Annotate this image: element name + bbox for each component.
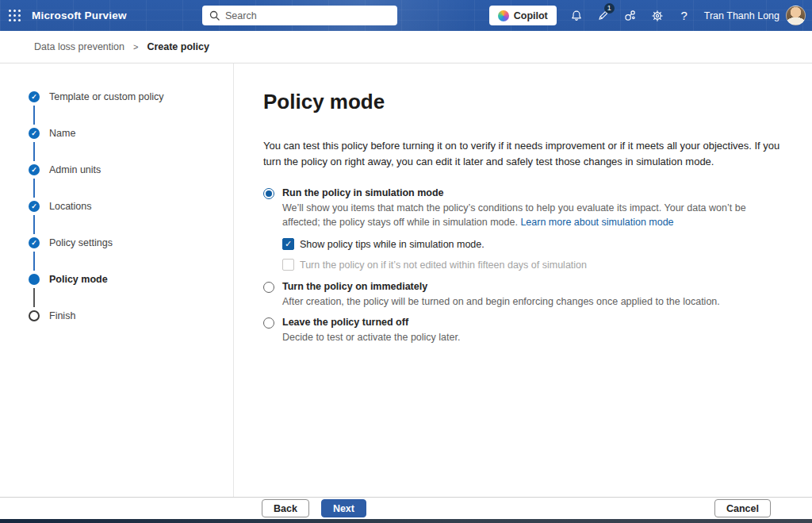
wizard-footer: Back Next Cancel [0,497,812,519]
header-actions: Copilot 1 [489,0,809,31]
radio-option-leave-off[interactable]: Leave the policy turned off Decide to te… [263,316,782,344]
wizard-step-rail: ✓ Template or custom policy ✓ Name ✓ Adm… [0,63,234,497]
radio-button[interactable] [263,282,274,293]
radio-button[interactable] [263,317,274,329]
settings-gear-icon[interactable] [644,0,671,31]
user-avatar[interactable] [786,6,806,25]
step-finish[interactable]: Finish [29,310,233,347]
window-bottom-edge [0,519,812,523]
notifications-bell-icon[interactable] [563,0,590,31]
radio-button-selected[interactable] [263,188,274,199]
wizard-body: ✓ Template or custom policy ✓ Name ✓ Adm… [0,63,812,497]
option-description: We’ll show you items that match the poli… [282,201,782,229]
radio-option-turn-on-immediately[interactable]: Turn the policy on immediately After cre… [263,280,782,309]
global-search[interactable] [202,6,397,25]
step-pending-icon [29,310,40,321]
checkbox-row-auto-turn-on[interactable]: Turn the policy on if it’s not edited wi… [282,259,782,271]
option-label[interactable]: Run the policy in simulation mode [282,187,782,200]
top-app-bar: Microsoft Purview Copilot 1 [0,0,812,31]
help-icon[interactable]: ? [671,0,698,31]
step-name[interactable]: ✓ Name [29,128,233,164]
step-admin-units[interactable]: ✓ Admin units [29,164,233,201]
checkbox-row-policy-tips[interactable]: ✓ Show policy tips while in simulation m… [282,238,782,250]
cancel-button[interactable]: Cancel [714,499,771,517]
copilot-button[interactable]: Copilot [489,6,557,25]
simulation-sub-options: ✓ Show policy tips while in simulation m… [282,238,782,271]
step-policy-mode[interactable]: Policy mode [29,274,233,310]
page-description: You can test this policy before turning … [263,138,782,169]
user-name[interactable]: Tran Thanh Long [704,10,779,21]
page-title: Policy mode [263,90,782,114]
feedback-pen-icon[interactable]: 1 [590,0,617,31]
option-label[interactable]: Leave the policy turned off [282,316,460,329]
step-policy-settings[interactable]: ✓ Policy settings [29,237,233,274]
breadcrumb-current: Create policy [147,41,209,52]
search-icon [209,10,220,21]
step-completed-icon: ✓ [29,201,40,212]
learn-more-link[interactable]: Learn more about simulation mode [520,217,673,228]
policy-mode-pane: Policy mode You can test this policy bef… [234,63,812,497]
step-completed-icon: ✓ [29,164,40,175]
copilot-icon [498,10,509,21]
step-template-or-custom-policy[interactable]: ✓ Template or custom policy [29,91,233,128]
copilot-label: Copilot [514,10,548,21]
org-bubbles-icon[interactable] [617,0,644,31]
step-locations[interactable]: ✓ Locations [29,201,233,237]
step-completed-icon: ✓ [29,91,40,102]
app-launcher-waffle-icon[interactable] [0,0,29,31]
waffle-grid [9,10,21,21]
back-button[interactable]: Back [262,499,309,517]
checkbox-checked-icon[interactable]: ✓ [282,238,294,250]
breadcrumb-parent-link[interactable]: Data loss prevention [34,41,124,52]
app-title: Microsoft Purview [32,0,127,31]
step-completed-icon: ✓ [29,128,40,139]
step-current-icon [29,274,40,285]
option-description: Decide to test or activate the policy la… [282,330,460,344]
radio-option-simulation-mode[interactable]: Run the policy in simulation mode We’ll … [263,187,782,273]
checkbox-unchecked-icon[interactable] [282,259,294,271]
step-completed-icon: ✓ [29,237,40,248]
next-button[interactable]: Next [321,499,366,517]
breadcrumb: Data loss prevention > Create policy [0,31,812,63]
search-input[interactable] [225,6,397,25]
option-description: After creation, the policy will be turne… [282,294,720,309]
breadcrumb-separator: > [133,42,138,52]
feedback-badge: 1 [604,3,615,13]
option-label[interactable]: Turn the policy on immediately [282,280,720,294]
